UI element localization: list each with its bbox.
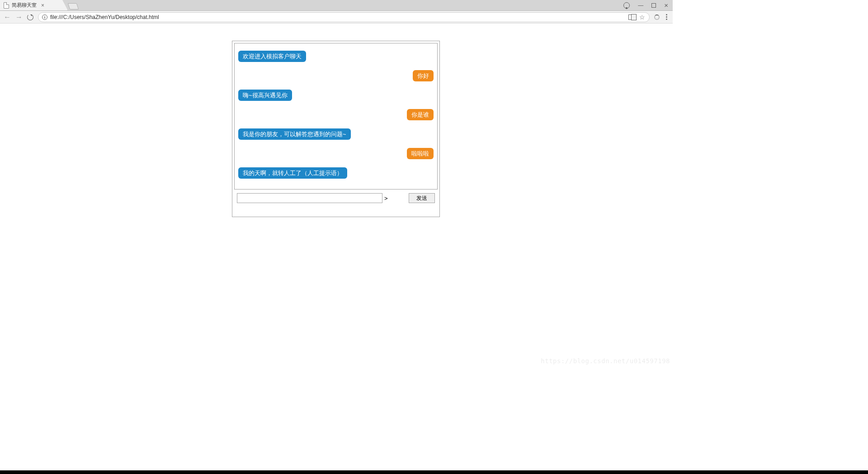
browser-menu-icon[interactable]	[664, 14, 669, 20]
send-button[interactable]: 发送	[409, 193, 435, 203]
arrow-char: >	[384, 195, 388, 202]
page-content: 欢迎进入模拟客户聊天你好嗨~很高兴遇见你你是谁我是你的朋友，可以解答您遇到的问题…	[0, 24, 673, 364]
bot-message-bubble: 我是你的朋友，可以解答您遇到的问题~	[238, 128, 351, 140]
window-controls: — ×	[619, 0, 673, 10]
address-bar[interactable]: i file:///C:/Users/ShaZhenYu/Desktop/cha…	[38, 12, 650, 22]
browser-tab[interactable]: 简易聊天室 ×	[0, 0, 68, 10]
minimize-icon[interactable]: —	[638, 2, 643, 9]
titlebar: 简易聊天室 × — ×	[0, 0, 673, 11]
tab-title: 简易聊天室	[12, 2, 37, 9]
input-area: > 发送	[234, 190, 438, 215]
bot-message-bubble: 我的天啊，就转人工了（人工提示语）	[238, 167, 347, 179]
maximize-icon[interactable]	[651, 3, 656, 8]
chat-container: 欢迎进入模拟客户聊天你好嗨~很高兴遇见你你是谁我是你的朋友，可以解答您遇到的问题…	[232, 41, 440, 217]
bookmark-star-icon[interactable]	[639, 14, 646, 20]
page-icon	[4, 2, 9, 9]
message-row: 你好	[238, 70, 434, 81]
user-message-bubble: 啦啦啦	[407, 148, 434, 159]
close-window-icon[interactable]: ×	[664, 1, 668, 9]
message-input[interactable]	[237, 193, 382, 203]
user-message-bubble: 你是谁	[407, 109, 434, 120]
message-row: 你是谁	[238, 109, 434, 120]
back-icon[interactable]: ←	[4, 13, 11, 21]
message-row: 嗨~很高兴遇见你	[238, 90, 434, 101]
bot-message-bubble: 欢迎进入模拟客户聊天	[238, 51, 306, 62]
new-tab-button[interactable]	[68, 0, 79, 10]
watermark-text: https://blog.csdn.net/u014597198	[541, 357, 670, 365]
close-tab-icon[interactable]: ×	[41, 2, 44, 9]
forward-icon[interactable]: →	[15, 13, 23, 21]
reload-icon[interactable]	[27, 14, 33, 20]
url-text: file:///C:/Users/ShaZhenYu/Desktop/chat.…	[50, 14, 626, 20]
message-row: 我是你的朋友，可以解答您遇到的问题~	[238, 128, 434, 140]
message-row: 啦啦啦	[238, 148, 434, 159]
message-row: 我的天啊，就转人工了（人工提示语）	[238, 167, 434, 179]
translate-icon[interactable]	[628, 14, 635, 20]
message-list: 欢迎进入模拟客户聊天你好嗨~很高兴遇见你你是谁我是你的朋友，可以解答您遇到的问题…	[234, 43, 438, 190]
user-message-bubble: 你好	[413, 70, 434, 81]
browser-toolbar: ← → i file:///C:/Users/ShaZhenYu/Desktop…	[0, 11, 673, 24]
site-info-icon[interactable]: i	[42, 14, 47, 20]
loading-icon	[654, 14, 660, 20]
message-row: 欢迎进入模拟客户聊天	[238, 51, 434, 62]
account-icon[interactable]	[623, 2, 630, 9]
browser-chrome: 简易聊天室 × — × ← → i file:///C:/Users/ShaZh…	[0, 0, 673, 24]
bot-message-bubble: 嗨~很高兴遇见你	[238, 90, 292, 101]
